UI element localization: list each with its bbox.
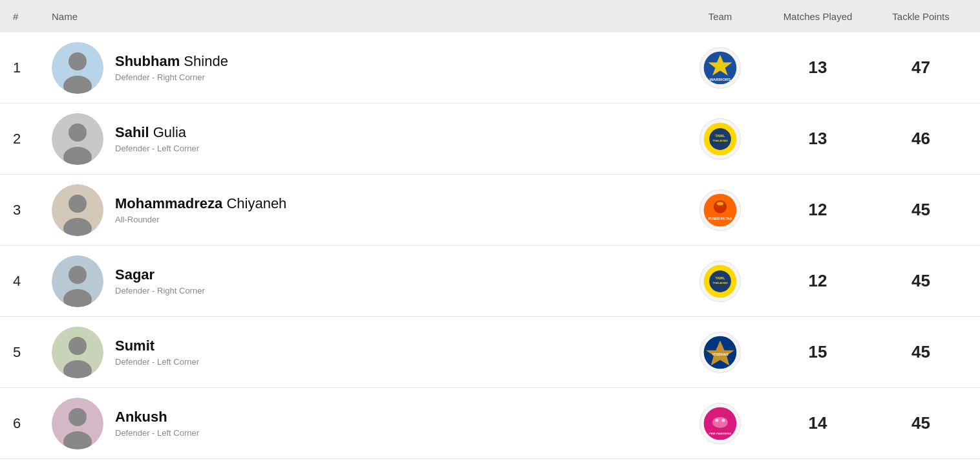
row-points: 45 (875, 413, 967, 433)
svg-point-34 (69, 408, 87, 426)
row-matches: 14 (761, 413, 875, 433)
row-points: 46 (875, 129, 967, 149)
svg-point-21 (69, 266, 87, 284)
row-rank: 5 (13, 344, 52, 361)
row-points: 45 (875, 342, 967, 362)
player-info: Shubham Shinde Defender - Right Corner (115, 53, 228, 82)
row-team: YODDHAS (679, 332, 761, 373)
table-row: 3 Mohammadreza Chiyaneh All-Rounder PUNE… (0, 175, 980, 246)
header-points: Tackle Points (875, 11, 967, 22)
table-row: 1 Shubham Shinde Defender - Right Corner… (0, 32, 980, 103)
header-matches: Matches Played (761, 11, 875, 22)
team-logo: WARRIORS (699, 47, 741, 89)
svg-point-39 (722, 418, 725, 422)
row-team: PUNERI PALTAN (679, 189, 761, 231)
svg-text:YODDHAS: YODDHAS (712, 352, 729, 356)
row-player: Sumit Defender - Left Corner (52, 327, 679, 378)
player-info: Sagar Defender - Right Corner (115, 266, 205, 296)
header-team: Team (679, 11, 761, 22)
svg-text:WARRIORS: WARRIORS (710, 78, 730, 81)
row-player: Sagar Defender - Right Corner (52, 255, 679, 307)
player-role: Defender - Left Corner (115, 357, 199, 367)
row-rank: 3 (13, 202, 52, 219)
player-info: Sumit Defender - Left Corner (115, 338, 199, 367)
player-avatar (52, 184, 103, 236)
svg-point-38 (715, 418, 718, 422)
player-name: Sagar (115, 266, 205, 283)
row-matches: 13 (761, 129, 875, 149)
team-logo: TAMIL THALAIVAS (699, 118, 741, 160)
row-player: Shubham Shinde Defender - Right Corner (52, 42, 679, 94)
player-info: Sahil Gulia Defender - Left Corner (115, 124, 199, 153)
player-role: All-Rounder (115, 215, 286, 224)
player-name: Sumit (115, 338, 199, 354)
row-matches: 13 (761, 58, 875, 78)
player-info: Ankush Defender - Left Corner (115, 409, 199, 438)
table-row: 2 Sahil Gulia Defender - Left Corner TAM… (0, 103, 980, 175)
rows-container: 1 Shubham Shinde Defender - Right Corner… (0, 32, 980, 459)
team-logo: PUNERI PALTAN (699, 189, 741, 231)
player-avatar (52, 255, 103, 307)
row-player: Mohammadreza Chiyaneh All-Rounder (52, 184, 679, 236)
svg-text:PINK PANTHERS: PINK PANTHERS (709, 431, 731, 435)
player-avatar (52, 327, 103, 378)
player-name: Sahil Gulia (115, 124, 199, 141)
team-logo: PINK PANTHERS (699, 403, 741, 444)
svg-text:TAMIL: TAMIL (715, 134, 725, 138)
row-player: Sahil Gulia Defender - Left Corner (52, 113, 679, 165)
svg-point-1 (69, 52, 87, 70)
player-name: Ankush (115, 409, 199, 425)
player-name: Shubham Shinde (115, 53, 228, 70)
table-header: # Name Team Matches Played Tackle Points (0, 0, 980, 32)
table-row: 5 Sumit Defender - Left Corner YODDHAS 1… (0, 317, 980, 388)
svg-text:THALAIVAS: THALAIVAS (712, 281, 728, 285)
row-rank: 6 (13, 415, 52, 432)
team-logo: YODDHAS (699, 332, 741, 373)
row-matches: 12 (761, 200, 875, 220)
row-matches: 12 (761, 271, 875, 291)
row-rank: 1 (13, 59, 52, 76)
row-points: 45 (875, 271, 967, 291)
row-points: 47 (875, 58, 967, 78)
svg-text:PUNERI PALTAN: PUNERI PALTAN (708, 217, 732, 221)
player-role: Defender - Right Corner (115, 286, 205, 296)
player-role: Defender - Right Corner (115, 72, 228, 82)
row-rank: 2 (13, 131, 52, 147)
svg-point-18 (717, 202, 723, 205)
leaderboard-table: # Name Team Matches Played Tackle Points… (0, 0, 980, 463)
table-row: 6 Ankush Defender - Left Corner PINK PAN… (0, 388, 980, 459)
row-points: 45 (875, 200, 967, 220)
player-info: Mohammadreza Chiyaneh All-Rounder (115, 195, 286, 224)
svg-point-28 (69, 337, 87, 355)
player-role: Defender - Left Corner (115, 428, 199, 438)
svg-point-14 (69, 195, 87, 213)
player-avatar (52, 42, 103, 94)
row-team: PINK PANTHERS (679, 403, 761, 444)
header-name: Name (52, 11, 679, 22)
svg-text:TAMIL: TAMIL (715, 276, 725, 280)
svg-point-7 (69, 124, 87, 142)
row-team: WARRIORS (679, 47, 761, 89)
player-avatar (52, 398, 103, 449)
row-player: Ankush Defender - Left Corner (52, 398, 679, 449)
svg-point-37 (712, 416, 728, 427)
svg-text:THALAIVAS: THALAIVAS (712, 139, 728, 142)
player-role: Defender - Left Corner (115, 144, 199, 153)
team-logo: TAMIL THALAIVAS (699, 261, 741, 302)
row-matches: 15 (761, 342, 875, 362)
row-team: TAMIL THALAIVAS (679, 261, 761, 302)
header-rank: # (13, 11, 52, 22)
row-rank: 4 (13, 273, 52, 290)
player-avatar (52, 113, 103, 165)
table-row: 4 Sagar Defender - Right Corner TAMIL TH… (0, 246, 980, 317)
player-name: Mohammadreza Chiyaneh (115, 195, 286, 212)
row-team: TAMIL THALAIVAS (679, 118, 761, 160)
